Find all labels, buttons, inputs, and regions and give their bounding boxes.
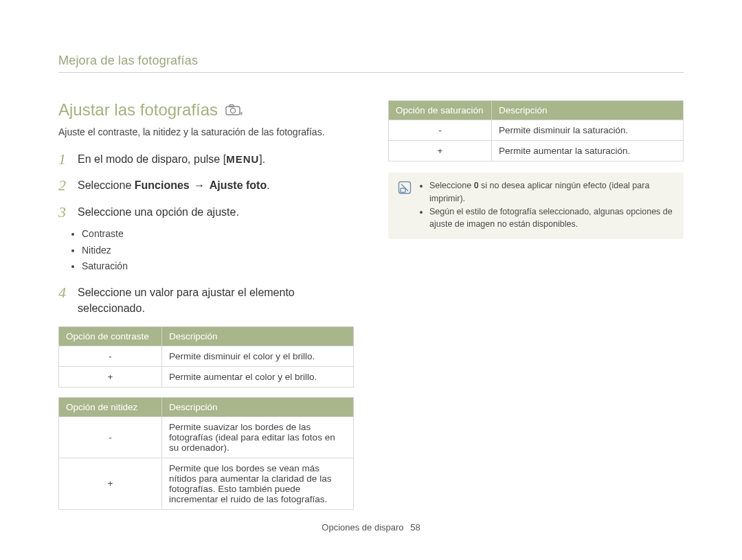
- table-row: + Permite que los bordes se vean más nít…: [59, 458, 354, 509]
- table-cell-symbol: +: [59, 458, 162, 509]
- page-number: 58: [410, 522, 420, 533]
- section-title-text: Ajustar las fotografías: [58, 100, 218, 120]
- sharpness-table: Opción de nitidez Descripción - Permite …: [58, 397, 354, 510]
- step-text-part: Seleccione: [78, 179, 135, 191]
- step-text: En el modo de disparo, pulse [MENU].: [78, 151, 265, 167]
- note-item: Según el estilo de fotografía selecciona…: [429, 205, 674, 232]
- step-1: 1 En el modo de disparo, pulse [MENU].: [58, 151, 354, 168]
- table-header-row: Opción de saturación Descripción: [389, 101, 684, 120]
- table-cell-desc: Permite que los bordes se vean más nítid…: [162, 458, 354, 509]
- bullet-item: Nitidez: [82, 243, 354, 259]
- table-header: Descripción: [492, 101, 684, 120]
- saturation-table: Opción de saturación Descripción - Permi…: [388, 100, 684, 161]
- table-cell-desc: Permite aumentar la saturación.: [492, 141, 684, 161]
- menu-path-part: Ajuste foto: [210, 179, 267, 191]
- camera-p-mode-icon: P: [225, 103, 243, 117]
- svg-rect-6: [401, 188, 405, 192]
- step-number: 3: [58, 204, 71, 221]
- page-footer: Opciones de disparo 58: [0, 522, 742, 533]
- bullet-item: Contraste: [82, 226, 354, 243]
- two-column-layout: Ajustar las fotografías P Ajuste el cont…: [58, 100, 684, 510]
- step-2: 2 Seleccione Funciones → Ajuste foto.: [58, 177, 354, 194]
- arrow-icon: →: [192, 179, 206, 191]
- step-number: 4: [58, 284, 71, 301]
- step-text: Seleccione un valor para ajustar el elem…: [78, 284, 354, 316]
- table-cell-symbol: +: [59, 366, 162, 387]
- table-cell-desc: Permite aumentar el color y el brillo.: [162, 366, 354, 387]
- step-text: Seleccione una opción de ajuste.: [78, 204, 239, 220]
- table-cell-symbol: -: [389, 120, 492, 141]
- table-header: Opción de saturación: [389, 101, 492, 120]
- bullet-item: Saturación: [82, 258, 354, 275]
- chapter-title: Mejora de las fotografías: [58, 54, 684, 68]
- table-row: - Permite disminuir la saturación.: [389, 120, 684, 141]
- table-cell-desc: Permite disminuir el color y el brillo.: [162, 346, 354, 366]
- contrast-table: Opción de contraste Descripción - Permit…: [58, 326, 354, 388]
- table-header-row: Opción de nitidez Descripción: [59, 397, 354, 416]
- right-column: Opción de saturación Descripción - Permi…: [388, 100, 684, 510]
- note-text-part: Seleccione: [429, 181, 474, 190]
- table-cell-desc: Permite suavizar los bordes de las fotog…: [162, 416, 354, 458]
- table-header-row: Opción de contraste Descripción: [59, 326, 354, 346]
- note-box: Seleccione 0 si no desea aplicar ningún …: [388, 172, 684, 239]
- step-3-bullets: Contraste Nitidez Saturación: [79, 226, 354, 275]
- table-header: Descripción: [162, 326, 354, 346]
- table-row: + Permite aumentar la saturación.: [389, 141, 684, 161]
- note-list: Seleccione 0 si no desea aplicar ningún …: [429, 179, 674, 231]
- step-text-part: En el modo de disparo, pulse [: [78, 153, 226, 165]
- svg-rect-1: [229, 105, 234, 107]
- note-icon: [398, 181, 412, 231]
- table-row: + Permite aumentar el color y el brillo.: [59, 366, 354, 387]
- menu-path-part: Funciones: [135, 179, 190, 191]
- divider: [58, 72, 684, 73]
- section-intro: Ajuste el contraste, la nitidez y la sat…: [58, 125, 354, 139]
- table-row: - Permite disminuir el color y el brillo…: [59, 346, 354, 366]
- left-column: Ajustar las fotografías P Ajuste el cont…: [58, 100, 354, 510]
- table-cell-desc: Permite disminuir la saturación.: [492, 120, 684, 141]
- step-number: 2: [58, 177, 71, 194]
- step-text: Seleccione Funciones → Ajuste foto.: [78, 177, 270, 193]
- step-number: 1: [58, 151, 71, 168]
- note-item: Seleccione 0 si no desea aplicar ningún …: [429, 179, 674, 205]
- step-4: 4 Seleccione un valor para ajustar el el…: [58, 284, 354, 316]
- section-title: Ajustar las fotografías P: [58, 100, 354, 120]
- steps-list: 1 En el modo de disparo, pulse [MENU]. 2…: [58, 151, 354, 316]
- menu-label: MENU: [226, 153, 259, 165]
- table-header: Opción de contraste: [59, 326, 162, 346]
- step-text-part: .: [267, 179, 269, 191]
- step-3: 3 Seleccione una opción de ajuste.: [58, 204, 354, 221]
- table-cell-symbol: -: [59, 346, 162, 366]
- table-header: Opción de nitidez: [59, 397, 162, 416]
- table-cell-symbol: -: [59, 416, 162, 458]
- table-row: - Permite suavizar los bordes de las fot…: [59, 416, 354, 458]
- table-header: Descripción: [162, 397, 354, 416]
- table-cell-symbol: +: [389, 141, 492, 161]
- svg-text:P: P: [240, 111, 243, 116]
- note-bold: 0: [474, 181, 479, 190]
- footer-section: Opciones de disparo: [322, 522, 403, 533]
- svg-point-2: [231, 108, 236, 113]
- step-text-part: ].: [259, 153, 265, 165]
- page: Mejora de las fotografías Ajustar las fo…: [0, 0, 742, 560]
